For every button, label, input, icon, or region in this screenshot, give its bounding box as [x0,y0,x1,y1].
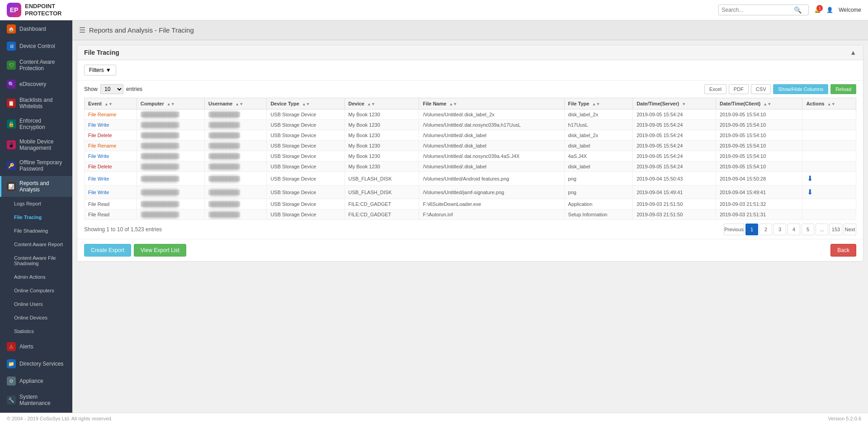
col-computer[interactable]: Computer ▲▼ [137,98,204,110]
cell-file-type[interactable]: disk_label_2x [564,130,633,141]
cell-computer: ██████████ [137,199,204,210]
content-aware-icon: 🛡 [7,61,16,70]
sidebar-item-online-users[interactable]: Online Users [0,297,72,311]
table-row: File Write ██████████ ████████ USB Stora… [85,120,856,130]
action-download-icon[interactable]: ⬇ [807,188,813,196]
cell-file-type[interactable]: png [564,186,633,199]
filters-button[interactable]: Filters ▼ [84,65,116,76]
cell-device[interactable]: FILE:CD_GADGET [344,210,419,220]
cell-file-type[interactable]: Application [564,199,633,210]
cell-datetime-server: 2019-09-05 15:54:24 [633,151,716,162]
cell-file-type[interactable]: 4aS.J4X [564,151,633,162]
page-button[interactable]: 5 [802,224,814,235]
sidebar-item-online-devices[interactable]: Online Devices [0,311,72,324]
sidebar-item-admin-actions[interactable]: Admin Actions [0,270,72,284]
view-export-button[interactable]: View Export List [134,244,186,257]
sidebar-item-dashboard[interactable]: 🏠 Dashboard [0,20,72,38]
sidebar-item-label: Content Aware File Shadowing [14,255,67,266]
sidebar-item-file-tracing[interactable]: File Tracing [0,210,72,224]
col-datetime-client[interactable]: Date/Time(Client) ▲▼ [716,98,802,110]
cell-file-name[interactable]: /Volumes/Untitled/.disk_label [419,130,564,141]
cell-file-name[interactable]: F:\Autorun.inf [419,210,564,220]
cell-device[interactable]: FILE:CD_GADGET [344,199,419,210]
cell-file-type[interactable]: png [564,172,633,186]
cell-file-type[interactable]: Setup Information [564,210,633,220]
sidebar-item-mobile[interactable]: 📱 Mobile Device Management [0,134,72,155]
reload-button[interactable]: Reload [830,84,856,94]
panel-collapse-button[interactable]: ▲ [850,49,856,56]
sidebar-item-alerts[interactable]: ⚠ Alerts [0,338,72,355]
excel-button[interactable]: Excel [704,84,726,94]
sidebar-item-content-aware[interactable]: 🛡 Content Aware Protection [0,55,72,76]
entries-select[interactable]: 10 25 50 100 [100,84,123,94]
cell-device[interactable]: My Book 1230 [344,141,419,151]
page-button[interactable]: Next [844,224,856,235]
action-download-icon[interactable]: ⬇ [807,175,813,182]
cell-device[interactable]: My Book 1230 [344,151,419,162]
sidebar-item-ediscovery[interactable]: 🔍 eDiscovery [0,76,72,93]
sidebar-item-logs-report[interactable]: Logs Report [0,197,72,210]
sidebar-item-system-maintenance[interactable]: 🔧 System Maintenance [0,390,72,410]
cell-file-name[interactable]: /Volumes/Untitled/.dat.nosync039a.h17Uus… [419,120,564,130]
col-device-type[interactable]: Device Type ▲▼ [267,98,344,110]
page-button[interactable]: 1 [745,224,758,235]
search-input[interactable] [722,7,794,13]
cell-file-name[interactable]: /Volumes/Untitled/jamf-signature.png [419,186,564,199]
cell-device[interactable]: My Book 1230 [344,110,419,120]
sidebar-item-online-computers[interactable]: Online Computers [0,284,72,297]
cell-file-name[interactable]: /Volumes/Untitled/.disk_label [419,162,564,172]
sidebar-item-ca-file-shadowing[interactable]: Content Aware File Shadowing [0,251,72,270]
cell-file-type[interactable]: disk_label_2x [564,110,633,120]
cell-device[interactable]: My Book 1230 [344,130,419,141]
col-event[interactable]: Event ▲▼ [85,98,137,110]
sidebar-item-statistics[interactable]: Statistics [0,324,72,338]
notification-icon[interactable]: 🔔 1 [814,7,821,13]
col-file-type[interactable]: File Type ▲▼ [564,98,633,110]
cell-device[interactable]: USB_FLASH_DISK [344,172,419,186]
cell-username: ████████ [205,199,267,210]
cell-datetime-client: 2019-09-05 15:54:10 [716,141,802,151]
col-datetime-server[interactable]: Date/Time(Server) ▼ [633,98,716,110]
sidebar-item-file-shadowing[interactable]: File Shadowing [0,224,72,238]
sidebar-item-appliance[interactable]: ⚙ Appliance [0,372,72,390]
sidebar-item-reports[interactable]: 📊 Reports and Analysis [0,176,72,197]
col-file-name[interactable]: File Name ▲▼ [419,98,564,110]
page-button[interactable]: ... [816,224,828,235]
cell-file-type[interactable]: disk_label [564,162,633,172]
create-export-button[interactable]: Create Export [84,244,131,257]
sidebar-item-enforced-enc[interactable]: 🔒 Enforced Encryption [0,114,72,134]
cell-device[interactable]: My Book 1230 [344,120,419,130]
pdf-button[interactable]: PDF [729,84,749,94]
col-device[interactable]: Device ▲▼ [344,98,419,110]
sidebar-item-directory[interactable]: 📁 Directory Services [0,355,72,372]
cell-device[interactable]: My Book 1230 [344,162,419,172]
col-actions: Actions ▲▼ [802,98,856,110]
cell-username: ████████ [205,151,267,162]
cell-event: File Write [85,172,137,186]
page-button[interactable]: 153 [830,224,842,235]
sidebar-item-blacklists[interactable]: 📋 Blacklists and Whitelists [0,93,72,114]
cell-file-type[interactable]: h17UusL [564,120,633,130]
cell-file-name[interactable]: /Volumes/Untitled/Android features.png [419,172,564,186]
page-button[interactable]: Previous [724,224,744,235]
page-button[interactable]: 4 [788,224,800,235]
sidebar-item-device-control[interactable]: 🖥 Device Control [0,38,72,55]
sidebar-item-content-aware-report[interactable]: Content Aware Report [0,238,72,251]
user-icon[interactable]: 👤 [826,7,833,13]
cell-file-type[interactable]: disk_label [564,141,633,151]
csv-button[interactable]: CSV [751,84,771,94]
sidebar-item-offline-tmp[interactable]: 🔑 Offline Temporary Password [0,155,72,176]
cell-file-name[interactable]: F:\i6SuiteDownLoader.exe [419,199,564,210]
page-button[interactable]: 2 [760,224,772,235]
page-button[interactable]: 3 [774,224,786,235]
show-hide-columns-button[interactable]: Show/Hide Columns [773,84,828,94]
search-box[interactable]: 🔍 [718,5,809,15]
cell-file-name[interactable]: /Volumes/Untitled/.dat.nosync039a.4aS.J4… [419,151,564,162]
sidebar-item-label: Mobile Device Management [19,138,67,151]
col-username[interactable]: Username ▲▼ [205,98,267,110]
back-button[interactable]: Back [830,244,856,257]
search-icon[interactable]: 🔍 [794,6,802,14]
cell-file-name[interactable]: /Volumes/Untitled/.disk_label_2x [419,110,564,120]
cell-file-name[interactable]: /Volumes/Untitled/.disk_label [419,141,564,151]
cell-device[interactable]: USB_FLASH_DISK [344,186,419,199]
